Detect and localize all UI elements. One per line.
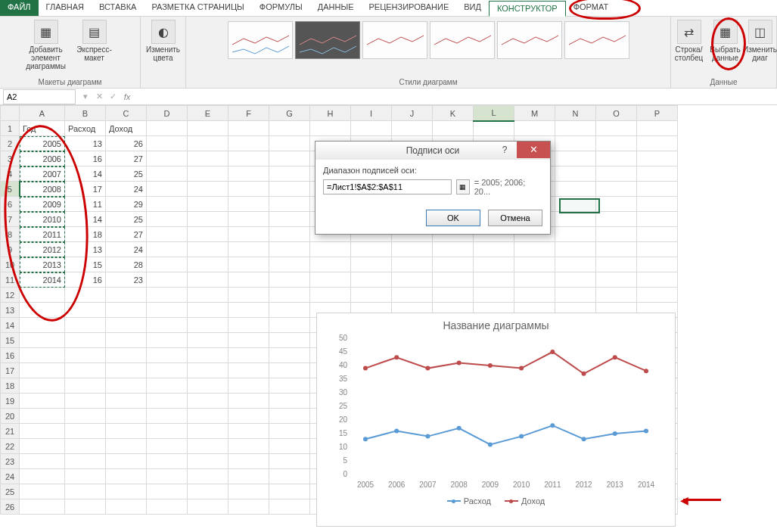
cell-B1[interactable]: Расход	[65, 121, 106, 136]
cell-G20[interactable]	[269, 409, 310, 424]
cell-I11[interactable]	[351, 272, 392, 288]
cell-E21[interactable]	[188, 424, 228, 439]
dropdown-icon[interactable]: ▾	[79, 92, 92, 101]
cell-G26[interactable]	[269, 499, 310, 515]
cell-G23[interactable]	[269, 454, 310, 469]
cell-K11[interactable]	[433, 272, 474, 288]
cell-H9[interactable]	[310, 242, 351, 257]
cell-B15[interactable]	[65, 333, 106, 348]
cell-O2[interactable]	[596, 136, 637, 151]
cell-D18[interactable]	[147, 378, 188, 394]
cell-C5[interactable]: 24	[106, 182, 147, 197]
fx-icon[interactable]: fx	[120, 92, 135, 101]
cell-N10[interactable]	[555, 257, 596, 272]
cancel-icon[interactable]: ✕	[92, 92, 106, 101]
col-header-A[interactable]: A	[20, 106, 65, 121]
cell-F18[interactable]	[228, 378, 269, 394]
chart-title[interactable]: Название диаграммы	[317, 313, 675, 334]
row-header-1[interactable]: 1	[1, 121, 20, 136]
row-header-6[interactable]: 6	[1, 197, 20, 212]
cell-F21[interactable]	[228, 424, 269, 439]
col-header-M[interactable]: M	[514, 106, 555, 121]
cell-G13[interactable]	[269, 303, 310, 318]
cell-A2[interactable]: 2005	[20, 136, 65, 151]
cell-E20[interactable]	[188, 409, 228, 424]
cell-C26[interactable]	[106, 499, 147, 515]
cell-B5[interactable]: 17	[65, 182, 106, 197]
cell-B14[interactable]	[65, 318, 106, 333]
cell-E1[interactable]	[188, 121, 228, 136]
col-header-D[interactable]: D	[147, 106, 188, 121]
cell-J9[interactable]	[392, 242, 433, 257]
legend-item-Расход[interactable]: Расход	[447, 496, 491, 506]
cell-F3[interactable]	[228, 151, 269, 166]
cell-P2[interactable]	[637, 136, 678, 151]
cell-F22[interactable]	[228, 439, 269, 454]
col-header-F[interactable]: F	[228, 106, 269, 121]
cell-J11[interactable]	[392, 272, 433, 288]
tab-формулы[interactable]: ФОРМУЛЫ	[252, 0, 310, 16]
col-header-O[interactable]: O	[596, 106, 637, 121]
cell-M1[interactable]	[514, 121, 555, 136]
cell-E19[interactable]	[188, 394, 228, 409]
tab-главная[interactable]: ГЛАВНАЯ	[39, 0, 92, 16]
cell-A15[interactable]	[20, 333, 65, 348]
chart-style-4[interactable]	[430, 21, 495, 59]
cell-F23[interactable]	[228, 454, 269, 469]
cell-N5[interactable]	[555, 182, 596, 197]
cell-D13[interactable]	[147, 303, 188, 318]
cell-P3[interactable]	[637, 151, 678, 166]
cell-H1[interactable]	[310, 121, 351, 136]
cell-D17[interactable]	[147, 363, 188, 378]
cell-G12[interactable]	[269, 288, 310, 303]
cell-C9[interactable]: 24	[106, 242, 147, 257]
cell-B22[interactable]	[65, 439, 106, 454]
cell-E24[interactable]	[188, 469, 228, 484]
range-picker-button[interactable]: ▦	[456, 179, 470, 194]
add-chart-element-button[interactable]: ▦ Добавить элемент диаграммы	[23, 20, 69, 70]
cell-A25[interactable]	[20, 484, 65, 499]
cell-A11[interactable]: 2014	[20, 272, 65, 288]
cell-E12[interactable]	[188, 288, 228, 303]
cell-D22[interactable]	[147, 439, 188, 454]
cell-E4[interactable]	[188, 166, 228, 182]
cell-B25[interactable]	[65, 484, 106, 499]
cell-F4[interactable]	[228, 166, 269, 182]
cell-D10[interactable]	[147, 257, 188, 272]
select-data-button[interactable]: ▦ Выбрать данные	[709, 20, 742, 62]
legend-item-Доход[interactable]: Доход	[505, 496, 545, 506]
cell-B7[interactable]: 14	[65, 212, 106, 227]
cell-D3[interactable]	[147, 151, 188, 166]
col-header-B[interactable]: B	[65, 106, 106, 121]
cell-K9[interactable]	[433, 242, 474, 257]
cell-O9[interactable]	[596, 242, 637, 257]
tab-file[interactable]: ФАЙЛ	[0, 0, 39, 16]
cell-E3[interactable]	[188, 151, 228, 166]
cell-D5[interactable]	[147, 182, 188, 197]
cell-F2[interactable]	[228, 136, 269, 151]
tab-формат[interactable]: ФОРМАТ	[566, 0, 617, 16]
cell-D25[interactable]	[147, 484, 188, 499]
cell-B24[interactable]	[65, 469, 106, 484]
cell-A22[interactable]	[20, 439, 65, 454]
cell-D9[interactable]	[147, 242, 188, 257]
cell-A20[interactable]	[20, 409, 65, 424]
cell-C22[interactable]	[106, 439, 147, 454]
cell-B11[interactable]: 16	[65, 272, 106, 288]
cell-H10[interactable]	[310, 257, 351, 272]
cell-D8[interactable]	[147, 227, 188, 242]
cell-E22[interactable]	[188, 439, 228, 454]
tab-вид[interactable]: ВИД	[456, 0, 489, 16]
cell-G3[interactable]	[269, 151, 310, 166]
cell-D2[interactable]	[147, 136, 188, 151]
cell-C7[interactable]: 25	[106, 212, 147, 227]
cell-E17[interactable]	[188, 363, 228, 378]
cell-G6[interactable]	[269, 197, 310, 212]
cell-F26[interactable]	[228, 499, 269, 515]
cell-F9[interactable]	[228, 242, 269, 257]
cell-O1[interactable]	[596, 121, 637, 136]
chart-style-6[interactable]	[564, 21, 629, 59]
cell-F8[interactable]	[228, 227, 269, 242]
cell-F19[interactable]	[228, 394, 269, 409]
cell-G5[interactable]	[269, 182, 310, 197]
